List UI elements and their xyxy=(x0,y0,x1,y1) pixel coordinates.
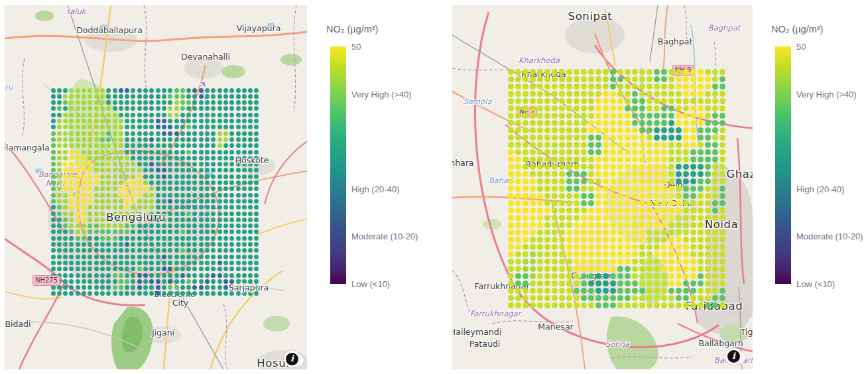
map-place-label: Bidadi xyxy=(5,319,31,329)
legend-tick: Very High (>40) xyxy=(796,89,857,99)
info-icon[interactable]: i xyxy=(727,350,740,363)
map-place-label: Sarjapura xyxy=(229,282,269,292)
map-place-label: Kharkhoda xyxy=(519,56,560,65)
map-place-label: Ghaziabad xyxy=(726,168,753,180)
legend-tick: Low (<10) xyxy=(796,279,835,289)
map-place-label: elamangala xyxy=(5,143,50,153)
legend-tick: 50 xyxy=(796,42,806,52)
map-place-label: Sohna xyxy=(605,340,629,349)
map-place-label: Pataudi xyxy=(469,339,501,349)
legend-tick: 50 xyxy=(351,42,361,52)
map-place-label: ru xyxy=(5,82,13,92)
road-shield-badge: NH275 xyxy=(32,275,60,286)
map-attribution-button[interactable]: i xyxy=(725,348,745,365)
map-place-label: Sonipat xyxy=(568,10,613,23)
map-place-label: Vijayapura xyxy=(237,23,281,33)
legend-tick: High (20-40) xyxy=(351,184,399,194)
map-place-label: City xyxy=(172,298,189,308)
map-place-label: Bengaluru xyxy=(106,211,166,223)
map-place-label: Baghpat xyxy=(658,36,693,46)
viridis-colorbar xyxy=(330,46,346,284)
map-place-label: Haileymandi xyxy=(452,327,501,337)
map-place-label: Ballabgarh xyxy=(698,338,743,348)
map-bengaluru[interactable]: BangaloreNorthBengaluruEastElectronic ta… xyxy=(5,5,307,369)
map-place-label: Sampla xyxy=(463,97,491,106)
legend-title: NO₂ (µg/m³) xyxy=(326,24,436,34)
legend-tick: Moderate (10-20) xyxy=(796,231,863,241)
legend-title: NO₂ (µg/m³) xyxy=(771,24,868,34)
viridis-colorbar xyxy=(775,46,791,284)
map-place-label: Tiga xyxy=(741,327,753,337)
map-place-label: taluk xyxy=(67,7,86,16)
legend-tick: Low (<10) xyxy=(351,279,390,289)
map-attribution-button[interactable]: i xyxy=(284,351,304,368)
map-delhi-ncr[interactable]: KharkhodaNH 9BahadurgarhBahadDelhiNew De… xyxy=(452,5,753,369)
map-place-label: Noida xyxy=(705,218,739,231)
map-labels-over: talukDoddaballapuraVijayapuraDevanahalli… xyxy=(5,5,307,369)
legend-tick: High (20-40) xyxy=(796,184,844,194)
map-place-label: Hoskote xyxy=(235,155,269,165)
map-place-label: Chhara xyxy=(452,158,474,168)
map-place-label: Doddaballapura xyxy=(76,25,143,35)
info-icon[interactable]: i xyxy=(286,353,298,365)
legend-tick: Moderate (10-20) xyxy=(351,231,418,241)
map-labels-over: SonipatBaghpatBaghpatKharkhodaSamplaChha… xyxy=(452,5,753,369)
map-place-label: Devanahalli xyxy=(181,52,230,62)
map-place-label: Manesar xyxy=(538,322,573,332)
map-place-label: Jigani xyxy=(152,328,174,338)
airport-icon: ✈ xyxy=(196,77,211,92)
map-place-label: Farrukhnagar xyxy=(470,309,521,318)
legend-tick: Very High (>40) xyxy=(351,89,412,99)
colorbar-legend-delhi-ncr: NO₂ (µg/m³) 50Very High (>40)High (20-40… xyxy=(771,24,868,296)
colorbar-legend-bengaluru: NO₂ (µg/m³) 50Very High (>40)High (20-40… xyxy=(326,24,436,296)
map-place-label: Baghpat xyxy=(708,23,740,32)
